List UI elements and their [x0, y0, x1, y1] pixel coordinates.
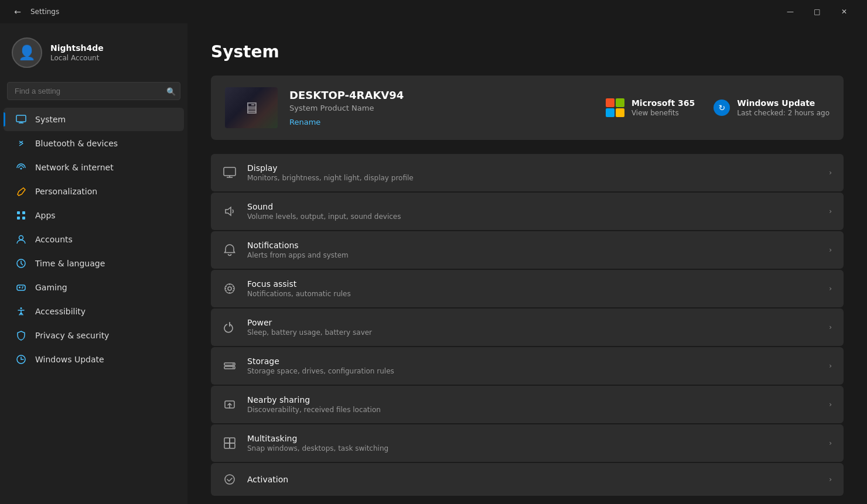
sidebar-item-update[interactable]: Windows Update	[4, 348, 184, 371]
notifications-title: Notifications	[247, 241, 818, 250]
avatar: 👤	[12, 37, 42, 68]
sidebar-item-network[interactable]: Network & internet	[4, 156, 184, 179]
svg-marker-20	[226, 207, 231, 215]
focus-assist-title: Focus assist	[247, 279, 818, 289]
svg-rect-5	[22, 211, 25, 214]
close-button[interactable]: ✕	[831, 0, 858, 23]
rename-link[interactable]: Rename	[289, 118, 320, 126]
activation-chevron: ›	[829, 475, 832, 484]
sidebar-item-label-accounts: Accounts	[35, 235, 73, 244]
settings-item-activation[interactable]: Activation ›	[211, 463, 844, 496]
windows-update-action[interactable]: ↻ Windows Update Last checked: 2 hours a…	[714, 98, 830, 117]
storage-text: Storage Storage space, drives, configura…	[247, 356, 818, 375]
storage-title: Storage	[247, 356, 818, 366]
multitasking-desc: Snap windows, desktops, task switching	[247, 444, 818, 452]
ms365-label: Microsoft 365	[632, 98, 695, 108]
ms365-action[interactable]: Microsoft 365 View benefits	[606, 98, 695, 117]
display-chevron: ›	[829, 169, 832, 177]
close-icon: ✕	[841, 8, 847, 16]
activation-title: Activation	[247, 475, 818, 484]
minimize-button[interactable]: —	[777, 0, 804, 23]
sidebar-item-gaming[interactable]: Gaming	[4, 276, 184, 299]
titlebar-title: Settings	[30, 8, 59, 16]
time-nav-icon	[15, 258, 27, 269]
nearby-sharing-icon	[223, 397, 237, 412]
search-icon[interactable]: 🔍	[166, 87, 176, 95]
app-container: 👤 Nightsh4de Local Account 🔍 System Blue…	[0, 23, 867, 504]
personalization-nav-icon	[15, 186, 27, 197]
profile-section[interactable]: 👤 Nightsh4de Local Account	[0, 23, 187, 80]
svg-rect-0	[16, 115, 26, 122]
sidebar: 👤 Nightsh4de Local Account 🔍 System Blue…	[0, 23, 187, 504]
svg-point-31	[225, 475, 234, 484]
notifications-icon	[223, 243, 237, 257]
settings-item-display[interactable]: Display Monitors, brightness, night ligh…	[211, 154, 844, 191]
system-nav-icon	[15, 114, 27, 125]
update-nav-icon	[15, 354, 27, 365]
sidebar-item-personalization[interactable]: Personalization	[4, 180, 184, 203]
svg-rect-10	[17, 285, 25, 290]
ms365-sub: View benefits	[632, 109, 695, 117]
back-button[interactable]: ←	[9, 4, 26, 20]
sidebar-item-label-accessibility: Accessibility	[35, 307, 86, 316]
window-controls: — □ ✕	[777, 0, 858, 23]
settings-item-storage[interactable]: Storage Storage space, drives, configura…	[211, 347, 844, 385]
sidebar-item-accessibility[interactable]: Accessibility	[4, 300, 184, 323]
ms365-icon	[606, 98, 624, 117]
windows-update-label: Windows Update	[737, 98, 830, 108]
settings-item-sound[interactable]: Sound Volume levels, output, input, soun…	[211, 193, 844, 230]
windows-update-icon: ↻	[714, 100, 730, 116]
storage-desc: Storage space, drives, configuration rul…	[247, 367, 818, 375]
focus-assist-text: Focus assist Notifications, automatic ru…	[247, 279, 818, 298]
sidebar-item-system[interactable]: System	[4, 108, 184, 131]
multitasking-title: Multitasking	[247, 434, 818, 443]
focus-assist-chevron: ›	[829, 284, 832, 293]
sidebar-item-apps[interactable]: Apps	[4, 204, 184, 227]
sound-desc: Volume levels, output, input, sound devi…	[247, 212, 818, 221]
profile-name: Nightsh4de	[50, 43, 104, 53]
sidebar-item-label-personalization: Personalization	[35, 187, 97, 196]
maximize-button[interactable]: □	[804, 0, 831, 23]
sidebar-item-label-bluetooth: Bluetooth & devices	[35, 139, 118, 148]
settings-item-nearby-sharing[interactable]: Nearby sharing Discoverability, received…	[211, 386, 844, 423]
back-icon: ←	[14, 7, 21, 16]
storage-chevron: ›	[829, 362, 832, 370]
settings-item-notifications[interactable]: Notifications Alerts from apps and syste…	[211, 231, 844, 269]
sidebar-item-privacy[interactable]: Privacy & security	[4, 324, 184, 347]
settings-item-multitasking[interactable]: Multitasking Snap windows, desktops, tas…	[211, 424, 844, 462]
settings-list: Display Monitors, brightness, night ligh…	[211, 154, 844, 496]
nearby-sharing-chevron: ›	[829, 400, 832, 409]
svg-point-21	[228, 287, 231, 290]
sidebar-item-label-time: Time & language	[35, 259, 105, 268]
device-thumbnail	[225, 87, 278, 128]
search-input[interactable]	[7, 82, 180, 100]
sidebar-item-bluetooth[interactable]: Bluetooth & devices	[4, 132, 184, 155]
sound-title: Sound	[247, 202, 818, 211]
sidebar-item-time[interactable]: Time & language	[4, 252, 184, 275]
windows-update-text: Windows Update Last checked: 2 hours ago	[737, 98, 830, 117]
display-text: Display Monitors, brightness, night ligh…	[247, 163, 818, 182]
search-container: 🔍	[7, 82, 180, 100]
multitasking-text: Multitasking Snap windows, desktops, tas…	[247, 434, 818, 452]
device-info: DESKTOP-4RAKV94 System Product Name Rena…	[289, 89, 594, 127]
activation-icon	[223, 472, 237, 486]
svg-point-13	[22, 286, 23, 287]
ms365-text: Microsoft 365 View benefits	[632, 98, 695, 117]
settings-item-power[interactable]: Power Sleep, battery usage, battery save…	[211, 308, 844, 346]
sidebar-item-label-system: System	[35, 115, 66, 124]
sidebar-item-accounts[interactable]: Accounts	[4, 228, 184, 251]
nearby-sharing-text: Nearby sharing Discoverability, received…	[247, 395, 818, 414]
storage-icon	[223, 359, 237, 373]
device-actions: Microsoft 365 View benefits ↻ Windows Up…	[606, 98, 830, 117]
nearby-sharing-title: Nearby sharing	[247, 395, 818, 404]
sidebar-nav: System Bluetooth & devices Network & int…	[0, 107, 187, 372]
sidebar-item-label-network: Network & internet	[35, 163, 114, 172]
svg-rect-17	[224, 167, 235, 176]
focus-assist-desc: Notifications, automatic rules	[247, 290, 818, 298]
settings-item-focus-assist[interactable]: Focus assist Notifications, automatic ru…	[211, 270, 844, 307]
accessibility-nav-icon	[15, 306, 27, 317]
titlebar: ← Settings — □ ✕	[0, 0, 867, 23]
device-product: System Product Name	[289, 104, 594, 112]
multitasking-icon	[223, 436, 237, 450]
svg-rect-30	[230, 443, 235, 448]
